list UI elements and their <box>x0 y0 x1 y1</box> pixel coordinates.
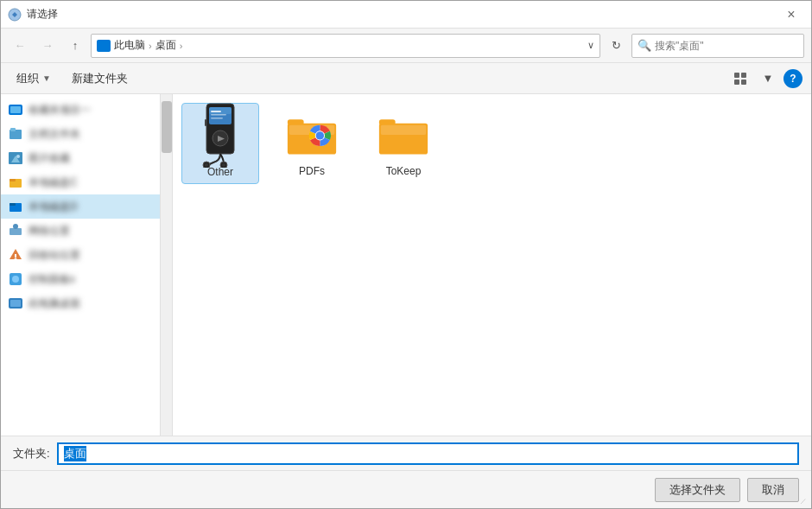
organize-chevron: ▼ <box>42 73 51 83</box>
dialog-title: 请选择 <box>27 7 804 22</box>
svg-point-17 <box>13 224 18 229</box>
svg-point-43 <box>316 131 324 139</box>
sidebar-item-5[interactable]: 网络位置 <box>1 219 160 243</box>
sidebar: 收藏夹项目一 文档文件夹 图片收藏 <box>1 94 161 436</box>
app-icon <box>8 8 22 22</box>
folder-input-bar: 文件夹: <box>1 436 811 470</box>
file-name-other: Other <box>207 166 233 178</box>
path-sep2: › <box>180 41 183 51</box>
new-folder-label: 新建文件夹 <box>72 71 128 86</box>
svg-rect-16 <box>10 228 22 235</box>
address-bar: ← → ↑ 此电脑 › 桌面 › ∨ ↻ 🔍 <box>1 29 811 63</box>
sidebar-icon-8 <box>8 296 23 311</box>
help-button[interactable]: ? <box>783 69 802 88</box>
sidebar-item-8[interactable]: 此电脑桌面 <box>1 291 160 315</box>
title-bar: 请选择 × <box>1 1 811 29</box>
svg-point-11 <box>16 155 20 158</box>
svg-rect-4 <box>741 80 746 85</box>
sidebar-item-7[interactable]: 控制面板x <box>1 267 160 291</box>
toolbar-right: ▼ ? <box>728 67 802 91</box>
mp3-player-icon <box>198 102 243 168</box>
svg-rect-28 <box>211 111 221 112</box>
close-button[interactable]: × <box>771 1 811 29</box>
svg-point-20 <box>15 258 17 261</box>
sidebar-scrollbar[interactable] <box>161 94 173 436</box>
search-icon: 🔍 <box>638 39 651 52</box>
sidebar-item-text-8: 此电脑桌面 <box>29 296 80 311</box>
sidebar-item-4[interactable]: 本地磁盘D <box>1 194 160 219</box>
sidebar-item-text-3: 本地磁盘C <box>29 175 78 190</box>
pdfs-folder-icon <box>286 110 338 158</box>
path-sep1: › <box>149 41 152 51</box>
file-name-pdfs: PDFs <box>299 165 325 177</box>
scrollbar-thumb[interactable] <box>162 101 172 153</box>
folder-label: 文件夹: <box>13 446 50 461</box>
file-icon-pdfs <box>286 108 338 160</box>
action-buttons-bar: 选择文件夹 取消 <box>1 470 811 508</box>
back-button[interactable]: ← <box>8 34 32 58</box>
file-icon-other <box>194 109 246 161</box>
sidebar-item-text-5: 网络位置 <box>29 224 70 239</box>
tokeep-folder-icon <box>377 110 429 158</box>
view-chevron-button[interactable]: ▼ <box>756 67 780 91</box>
sidebar-item-6[interactable]: 回收站位置 <box>1 243 160 267</box>
sidebar-icon-7 <box>8 271 23 287</box>
svg-rect-1 <box>734 73 739 78</box>
svg-rect-46 <box>381 125 427 135</box>
sidebar-item-text-0: 收藏夹项目一 <box>29 103 91 118</box>
svg-rect-33 <box>205 119 206 126</box>
file-item-other[interactable]: Other <box>181 103 259 184</box>
view-icon <box>733 72 747 86</box>
sidebar-icon-4 <box>8 199 23 214</box>
sidebar-item-text-4: 本地磁盘D <box>29 200 78 214</box>
svg-rect-13 <box>10 179 16 181</box>
sidebar-icon-3 <box>8 175 23 190</box>
up-button[interactable]: ↑ <box>63 34 87 58</box>
organize-label: 组织 <box>16 71 39 86</box>
sidebar-icon-2 <box>8 150 23 166</box>
address-path[interactable]: 此电脑 › 桌面 › ∨ <box>91 34 600 58</box>
sidebar-item-1[interactable]: 文档文件夹 <box>1 122 160 146</box>
file-icon-tokeep <box>377 108 429 160</box>
svg-rect-2 <box>741 73 746 78</box>
select-folder-button[interactable]: 选择文件夹 <box>655 478 740 502</box>
svg-rect-6 <box>10 106 21 113</box>
file-area: Other <box>173 94 811 436</box>
search-box[interactable]: 🔍 <box>631 34 804 58</box>
refresh-button[interactable]: ↻ <box>604 34 628 58</box>
file-item-tokeep[interactable]: ToKeep <box>365 103 442 184</box>
path-desktop: 桌面 <box>155 38 176 53</box>
pc-icon <box>97 40 111 52</box>
sidebar-icon-6 <box>8 247 23 263</box>
file-item-pdfs[interactable]: PDFs <box>273 103 351 184</box>
svg-rect-15 <box>10 203 16 206</box>
sidebar-item-text-1: 文档文件夹 <box>29 127 80 142</box>
new-folder-button[interactable]: 新建文件夹 <box>65 67 135 90</box>
view-button[interactable] <box>728 67 752 91</box>
sidebar-item-0[interactable]: 收藏夹项目一 <box>1 98 160 122</box>
cancel-button[interactable]: 取消 <box>747 478 799 502</box>
svg-rect-3 <box>734 80 739 85</box>
forward-button[interactable]: → <box>35 34 60 58</box>
sidebar-item-2[interactable]: 图片收藏 <box>1 146 160 170</box>
search-input[interactable] <box>655 40 798 52</box>
sidebar-icon-0 <box>8 102 23 118</box>
folder-input[interactable] <box>57 442 799 465</box>
file-dialog: 请选择 × ← → ↑ 此电脑 › 桌面 › ∨ ↻ 🔍 组织 ▼ <box>0 0 812 509</box>
svg-rect-19 <box>15 254 16 258</box>
svg-rect-24 <box>10 300 21 307</box>
sidebar-item-3[interactable]: 本地磁盘C <box>1 170 160 194</box>
main-content: 收藏夹项目一 文档文件夹 图片收藏 <box>1 94 811 436</box>
resize-grip[interactable]: ⟋ <box>799 496 809 506</box>
sidebar-icon-1 <box>8 126 23 142</box>
sidebar-item-text-2: 图片收藏 <box>29 151 70 166</box>
svg-rect-29 <box>211 114 226 116</box>
sidebar-icon-5 <box>8 223 23 239</box>
path-pc: 此电脑 <box>114 38 145 53</box>
organize-button[interactable]: 组织 ▼ <box>10 67 58 90</box>
sidebar-item-text-6: 回收站位置 <box>29 248 80 263</box>
svg-rect-8 <box>10 128 16 131</box>
svg-rect-30 <box>211 118 223 119</box>
toolbar: 组织 ▼ 新建文件夹 ▼ ? <box>1 63 811 94</box>
path-chevron: ∨ <box>587 40 594 51</box>
